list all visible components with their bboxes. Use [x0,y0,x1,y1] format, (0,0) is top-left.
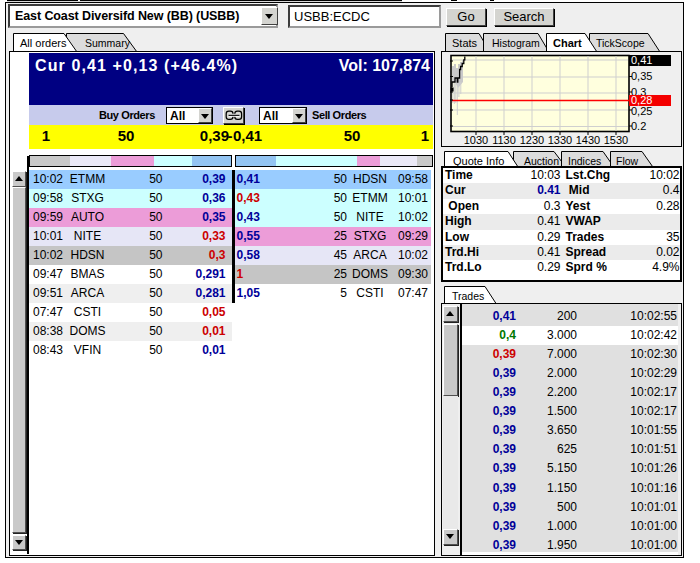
svg-text:TickScope: TickScope [596,37,645,49]
svg-text:Stats: Stats [452,37,478,49]
svg-text:Indices: Indices [568,155,601,167]
svg-text:Summary: Summary [85,37,131,49]
svg-text:Chart: Chart [553,37,582,49]
svg-text:Auction: Auction [524,155,559,167]
svg-text:Flow: Flow [616,155,639,167]
svg-text:Quote Info: Quote Info [453,155,504,167]
svg-text:Histogram: Histogram [492,37,540,49]
svg-text:All orders: All orders [20,37,67,49]
svg-text:Trades: Trades [452,290,484,302]
